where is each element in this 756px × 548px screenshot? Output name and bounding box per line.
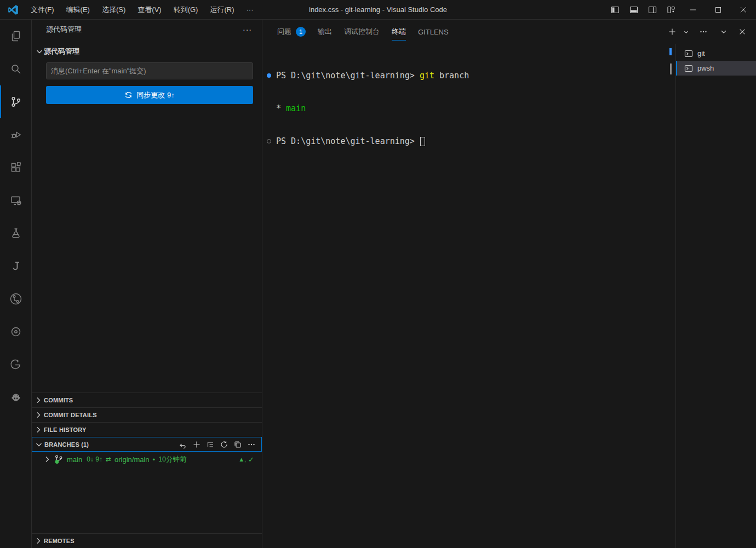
tab-output[interactable]: 输出: [318, 20, 332, 44]
sync-changes-button[interactable]: 同步更改 9↑: [46, 86, 253, 104]
terminal-output[interactable]: PS D:\git\note\git-learning> git branch …: [262, 44, 668, 548]
search-icon[interactable]: [0, 53, 31, 85]
section-file-history-label: FILE HISTORY: [44, 426, 87, 433]
create-branch-icon[interactable]: [192, 440, 201, 449]
gitlens-icon[interactable]: [0, 282, 31, 315]
menu-selection[interactable]: 选择(S): [96, 3, 131, 17]
remote-explorer-icon[interactable]: [0, 184, 31, 217]
tab-gitlens[interactable]: GITLENS: [418, 21, 449, 43]
problems-count-badge: 1: [296, 27, 306, 37]
launch-profile-chevron-icon[interactable]: [681, 25, 691, 38]
terminal-item-pwsh[interactable]: pwsh: [676, 61, 756, 76]
bottom-panel: 问题 1 输出 调试控制台 终端 GITLENS: [262, 20, 756, 548]
refresh-icon[interactable]: [220, 440, 228, 449]
customize-layout-icon[interactable]: [662, 2, 680, 18]
section-commits-label: COMMITS: [44, 397, 73, 403]
overview-scroll-mark[interactable]: [670, 64, 672, 74]
g-arrow-extension-icon[interactable]: [0, 348, 31, 381]
section-remotes[interactable]: REMOTES: [32, 533, 262, 548]
section-commit-details-label: COMMIT DETAILS: [44, 412, 97, 418]
panel-more-actions-icon[interactable]: [697, 25, 710, 38]
tab-debug-console[interactable]: 调试控制台: [344, 20, 380, 44]
tab-problems[interactable]: 问题 1: [277, 20, 306, 44]
sidebar-view-title: 源代码管理: [46, 25, 82, 34]
toggle-panel-icon[interactable]: [625, 2, 643, 18]
extensions-icon[interactable]: [0, 151, 31, 184]
section-remotes-label: REMOTES: [44, 538, 75, 544]
chevron-down-icon: [35, 440, 43, 449]
section-file-history[interactable]: FILE HISTORY: [32, 422, 262, 437]
commit-message-input[interactable]: [46, 62, 253, 79]
explorer-icon[interactable]: [0, 20, 31, 53]
menu-goto[interactable]: 转到(G): [168, 3, 204, 17]
j-extension-icon[interactable]: [0, 250, 31, 282]
branch-status-triangle-icon: ▲,: [238, 456, 246, 463]
section-branches[interactable]: BRANCHES (1): [32, 437, 262, 452]
tab-problems-label: 问题: [277, 27, 291, 37]
terminal-line-2: * main: [276, 103, 306, 114]
menu-more[interactable]: ···: [240, 3, 259, 16]
branch-sync-icon: ⇄: [106, 455, 111, 463]
menu-run[interactable]: 运行(R): [204, 3, 240, 17]
menu-bar: 文件(F) 编辑(E) 选择(S) 查看(V) 转到(G) 运行(R) ···: [25, 3, 259, 17]
terminal-line-1: PS D:\git\note\git-learning> git branch: [276, 70, 469, 81]
command-success-dot-icon: [267, 73, 271, 78]
branch-name: main: [67, 455, 82, 464]
hide-panel-chevron-icon[interactable]: [718, 25, 730, 38]
testing-icon[interactable]: [0, 217, 31, 250]
new-terminal-icon[interactable]: [666, 25, 679, 38]
sync-icon: [124, 91, 133, 99]
panel-tab-bar: 问题 1 输出 调试控制台 终端 GITLENS: [262, 20, 756, 44]
vscode-window: 文件(F) 编辑(E) 选择(S) 查看(V) 转到(G) 运行(R) ··· …: [0, 0, 756, 548]
branch-row-main[interactable]: main 0↓ 9↑ ⇄ origin/main • 10分钟前 ▲, ✓: [32, 452, 262, 467]
panel-actions: [666, 25, 756, 38]
chevron-right-icon[interactable]: [43, 455, 51, 464]
run-debug-icon[interactable]: [0, 118, 31, 151]
branch-tracking: origin/main: [114, 455, 150, 464]
overview-command-mark: [669, 48, 672, 55]
terminal-icon: [684, 49, 693, 58]
ai-assistant-icon[interactable]: [0, 381, 31, 414]
vscode-logo-icon: [7, 4, 19, 16]
terminal-instance-list: git pwsh: [675, 44, 756, 548]
menu-edit[interactable]: 编辑(E): [60, 3, 96, 17]
terminal-line-3: PS D:\git\note\git-learning>: [276, 136, 420, 147]
source-control-icon[interactable]: [0, 85, 31, 118]
menu-view[interactable]: 查看(V): [131, 3, 167, 17]
branches-section-body: [32, 467, 262, 533]
branch-behind-ahead: 0↓ 9↑: [87, 455, 102, 463]
chevron-right-icon: [34, 411, 43, 419]
toggle-secondary-sidebar-icon[interactable]: [643, 2, 662, 18]
tab-terminal[interactable]: 终端: [392, 20, 406, 44]
section-commit-details[interactable]: COMMIT DETAILS: [32, 407, 262, 422]
chevron-right-icon: [34, 425, 43, 434]
terminal-cursor: [420, 137, 425, 146]
more-actions-icon[interactable]: [247, 440, 256, 449]
git-branch-icon: [54, 454, 64, 464]
section-commits[interactable]: COMMITS: [32, 393, 262, 407]
sidebar-more-actions-icon[interactable]: ···: [243, 25, 252, 34]
close-window-button[interactable]: [731, 0, 756, 20]
sync-button-label: 同步更改 9↑: [136, 90, 174, 100]
terminal-item-git[interactable]: git: [676, 46, 756, 61]
title-bar: 文件(F) 编辑(E) 选择(S) 查看(V) 转到(G) 运行(R) ··· …: [0, 0, 756, 20]
section-branches-label: BRANCHES (1): [44, 441, 89, 448]
branch-time: 10分钟前: [158, 455, 186, 464]
activity-bar: [0, 20, 32, 548]
terminal-item-label: pwsh: [697, 64, 714, 72]
branch-status-check-icon: ✓: [248, 455, 254, 464]
chevron-down-icon: [35, 47, 44, 56]
switch-branch-icon[interactable]: [179, 440, 187, 449]
maximize-button[interactable]: [706, 0, 731, 20]
list-tree-icon[interactable]: [206, 440, 215, 449]
toggle-sidebar-icon[interactable]: [606, 2, 625, 18]
chevron-right-icon: [34, 537, 43, 545]
scm-section-header[interactable]: 源代码管理: [32, 45, 262, 57]
expand-all-icon[interactable]: [233, 440, 242, 449]
close-panel-icon[interactable]: [736, 25, 748, 38]
menu-file[interactable]: 文件(F): [25, 3, 60, 17]
gitlens-inspect-icon[interactable]: [0, 315, 31, 348]
scm-section-title: 源代码管理: [44, 47, 79, 56]
minimize-button[interactable]: [680, 0, 706, 20]
chevron-right-icon: [34, 396, 43, 405]
